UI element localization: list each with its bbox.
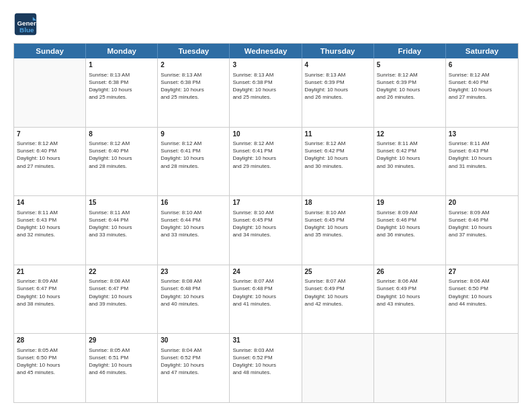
cell-info: Sunrise: 8:13 AM Sunset: 6:39 PM Dayligh… bbox=[305, 71, 371, 101]
day-number: 16 bbox=[161, 198, 226, 208]
calendar-cell: 25Sunrise: 8:07 AM Sunset: 6:49 PM Dayli… bbox=[302, 265, 374, 334]
cell-info: Sunrise: 8:12 AM Sunset: 6:40 PM Dayligh… bbox=[449, 71, 515, 101]
cell-info: Sunrise: 8:06 AM Sunset: 6:50 PM Dayligh… bbox=[449, 277, 515, 308]
calendar-cell: 1Sunrise: 8:13 AM Sunset: 6:38 PM Daylig… bbox=[86, 58, 158, 127]
day-number: 19 bbox=[377, 198, 443, 208]
calendar-cell: 22Sunrise: 8:08 AM Sunset: 6:47 PM Dayli… bbox=[86, 265, 158, 334]
calendar-cell: 31Sunrise: 8:03 AM Sunset: 6:52 PM Dayli… bbox=[230, 334, 302, 402]
calendar-row: 28Sunrise: 8:05 AM Sunset: 6:50 PM Dayli… bbox=[14, 334, 518, 402]
weekday-header: Saturday bbox=[446, 44, 518, 58]
cell-info: Sunrise: 8:10 AM Sunset: 6:45 PM Dayligh… bbox=[305, 209, 371, 239]
cell-info: Sunrise: 8:09 AM Sunset: 6:47 PM Dayligh… bbox=[17, 277, 83, 308]
calendar-cell: 29Sunrise: 8:05 AM Sunset: 6:51 PM Dayli… bbox=[86, 334, 158, 402]
day-number: 8 bbox=[89, 130, 154, 139]
day-number: 29 bbox=[89, 336, 154, 345]
cell-info: Sunrise: 8:05 AM Sunset: 6:51 PM Dayligh… bbox=[89, 347, 154, 377]
cell-info: Sunrise: 8:11 AM Sunset: 6:44 PM Dayligh… bbox=[89, 209, 154, 239]
day-number: 10 bbox=[232, 130, 298, 139]
calendar-cell: 9Sunrise: 8:12 AM Sunset: 6:41 PM Daylig… bbox=[158, 128, 230, 196]
day-number: 13 bbox=[449, 130, 515, 139]
day-number: 27 bbox=[449, 267, 515, 277]
cell-info: Sunrise: 8:13 AM Sunset: 6:38 PM Dayligh… bbox=[161, 71, 226, 101]
cell-info: Sunrise: 8:09 AM Sunset: 6:46 PM Dayligh… bbox=[449, 209, 515, 239]
day-number: 14 bbox=[17, 198, 83, 208]
cell-info: Sunrise: 8:03 AM Sunset: 6:52 PM Dayligh… bbox=[232, 347, 298, 377]
weekday-header: Tuesday bbox=[158, 44, 230, 58]
cell-info: Sunrise: 8:09 AM Sunset: 6:46 PM Dayligh… bbox=[377, 209, 443, 239]
day-number: 11 bbox=[305, 130, 371, 139]
cell-info: Sunrise: 8:08 AM Sunset: 6:48 PM Dayligh… bbox=[161, 277, 226, 308]
logo: General Blue bbox=[13, 12, 42, 36]
cell-info: Sunrise: 8:11 AM Sunset: 6:42 PM Dayligh… bbox=[377, 140, 443, 170]
calendar-cell: 30Sunrise: 8:04 AM Sunset: 6:52 PM Dayli… bbox=[158, 334, 230, 402]
cell-info: Sunrise: 8:10 AM Sunset: 6:44 PM Dayligh… bbox=[161, 209, 226, 239]
cell-info: Sunrise: 8:11 AM Sunset: 6:43 PM Dayligh… bbox=[17, 209, 83, 239]
day-number: 25 bbox=[305, 267, 371, 277]
calendar-cell: 2Sunrise: 8:13 AM Sunset: 6:38 PM Daylig… bbox=[158, 58, 230, 127]
header: General Blue bbox=[13, 12, 519, 36]
calendar-cell: 4Sunrise: 8:13 AM Sunset: 6:39 PM Daylig… bbox=[302, 58, 374, 127]
calendar-cell: 21Sunrise: 8:09 AM Sunset: 6:47 PM Dayli… bbox=[14, 265, 86, 334]
day-number: 22 bbox=[89, 267, 154, 277]
calendar-cell: 23Sunrise: 8:08 AM Sunset: 6:48 PM Dayli… bbox=[158, 265, 230, 334]
cell-info: Sunrise: 8:07 AM Sunset: 6:49 PM Dayligh… bbox=[305, 277, 371, 308]
calendar-cell: 15Sunrise: 8:11 AM Sunset: 6:44 PM Dayli… bbox=[86, 196, 158, 265]
day-number: 12 bbox=[377, 130, 443, 139]
cell-info: Sunrise: 8:07 AM Sunset: 6:48 PM Dayligh… bbox=[232, 277, 298, 308]
day-number: 9 bbox=[161, 130, 226, 139]
cell-info: Sunrise: 8:12 AM Sunset: 6:41 PM Dayligh… bbox=[232, 140, 298, 170]
day-number: 23 bbox=[161, 267, 226, 277]
day-number: 28 bbox=[17, 336, 83, 345]
calendar-body: 1Sunrise: 8:13 AM Sunset: 6:38 PM Daylig… bbox=[14, 58, 518, 402]
weekday-header: Sunday bbox=[14, 44, 86, 58]
calendar-cell: 7Sunrise: 8:12 AM Sunset: 6:40 PM Daylig… bbox=[14, 128, 86, 196]
calendar-row: 21Sunrise: 8:09 AM Sunset: 6:47 PM Dayli… bbox=[14, 265, 518, 334]
logo-icon: General Blue bbox=[13, 12, 38, 36]
calendar-row: 1Sunrise: 8:13 AM Sunset: 6:38 PM Daylig… bbox=[14, 58, 518, 128]
cell-info: Sunrise: 8:04 AM Sunset: 6:52 PM Dayligh… bbox=[161, 347, 226, 377]
day-number: 15 bbox=[89, 198, 154, 208]
day-number: 21 bbox=[17, 267, 83, 277]
calendar-cell: 6Sunrise: 8:12 AM Sunset: 6:40 PM Daylig… bbox=[446, 58, 518, 127]
calendar-cell: 3Sunrise: 8:13 AM Sunset: 6:38 PM Daylig… bbox=[230, 58, 302, 127]
calendar-cell: 16Sunrise: 8:10 AM Sunset: 6:44 PM Dayli… bbox=[158, 196, 230, 265]
calendar-cell bbox=[446, 334, 518, 402]
calendar-cell: 24Sunrise: 8:07 AM Sunset: 6:48 PM Dayli… bbox=[230, 265, 302, 334]
calendar-cell bbox=[302, 334, 374, 402]
cell-info: Sunrise: 8:13 AM Sunset: 6:38 PM Dayligh… bbox=[232, 71, 298, 101]
day-number: 31 bbox=[232, 336, 298, 345]
weekday-header: Thursday bbox=[302, 44, 374, 58]
weekday-header: Wednesday bbox=[230, 44, 302, 58]
day-number: 18 bbox=[305, 198, 371, 208]
calendar-cell: 28Sunrise: 8:05 AM Sunset: 6:50 PM Dayli… bbox=[14, 334, 86, 402]
cell-info: Sunrise: 8:13 AM Sunset: 6:38 PM Dayligh… bbox=[89, 71, 154, 101]
day-number: 17 bbox=[232, 198, 298, 208]
calendar: SundayMondayTuesdayWednesdayThursdayFrid… bbox=[13, 43, 519, 403]
calendar-cell: 27Sunrise: 8:06 AM Sunset: 6:50 PM Dayli… bbox=[446, 265, 518, 334]
day-number: 1 bbox=[89, 60, 154, 70]
day-number: 26 bbox=[377, 267, 443, 277]
cell-info: Sunrise: 8:05 AM Sunset: 6:50 PM Dayligh… bbox=[17, 347, 83, 377]
page: General Blue SundayMondayTuesdayWednesda… bbox=[0, 0, 532, 411]
calendar-cell bbox=[374, 334, 446, 402]
day-number: 20 bbox=[449, 198, 515, 208]
cell-info: Sunrise: 8:11 AM Sunset: 6:43 PM Dayligh… bbox=[449, 140, 515, 170]
day-number: 7 bbox=[17, 130, 83, 139]
day-number: 2 bbox=[161, 60, 226, 70]
calendar-row: 7Sunrise: 8:12 AM Sunset: 6:40 PM Daylig… bbox=[14, 128, 518, 197]
day-number: 24 bbox=[232, 267, 298, 277]
day-number: 6 bbox=[449, 60, 515, 70]
calendar-cell: 14Sunrise: 8:11 AM Sunset: 6:43 PM Dayli… bbox=[14, 196, 86, 265]
weekday-header: Friday bbox=[374, 44, 446, 58]
cell-info: Sunrise: 8:12 AM Sunset: 6:41 PM Dayligh… bbox=[161, 140, 226, 170]
cell-info: Sunrise: 8:06 AM Sunset: 6:49 PM Dayligh… bbox=[377, 277, 443, 308]
day-number: 4 bbox=[305, 60, 371, 70]
calendar-cell: 17Sunrise: 8:10 AM Sunset: 6:45 PM Dayli… bbox=[230, 196, 302, 265]
calendar-row: 14Sunrise: 8:11 AM Sunset: 6:43 PM Dayli… bbox=[14, 196, 518, 265]
calendar-cell: 26Sunrise: 8:06 AM Sunset: 6:49 PM Dayli… bbox=[374, 265, 446, 334]
calendar-cell: 8Sunrise: 8:12 AM Sunset: 6:40 PM Daylig… bbox=[86, 128, 158, 196]
day-number: 30 bbox=[161, 336, 226, 345]
cell-info: Sunrise: 8:12 AM Sunset: 6:40 PM Dayligh… bbox=[89, 140, 154, 170]
calendar-cell: 18Sunrise: 8:10 AM Sunset: 6:45 PM Dayli… bbox=[302, 196, 374, 265]
calendar-cell: 20Sunrise: 8:09 AM Sunset: 6:46 PM Dayli… bbox=[446, 196, 518, 265]
